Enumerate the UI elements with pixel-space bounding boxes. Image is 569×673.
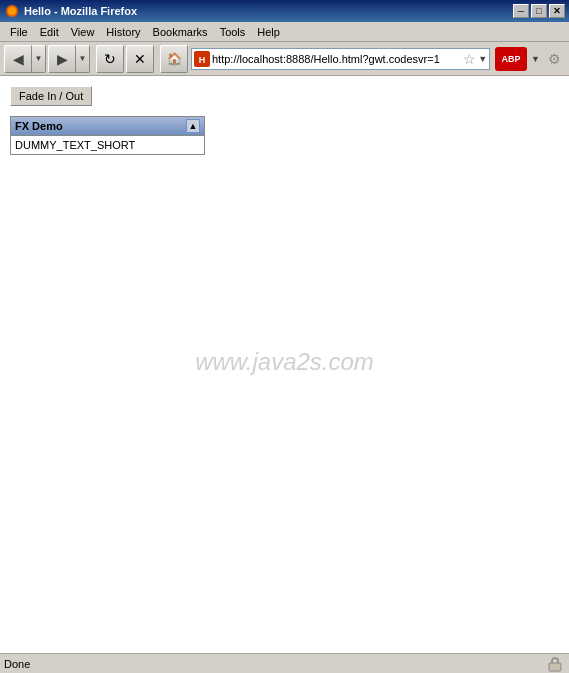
address-area: 🏠 H ☆ ▼ ABP ▼ ⚙	[160, 45, 565, 73]
window-controls: ─ □ ✕	[513, 4, 565, 18]
status-bar: Done	[0, 653, 569, 673]
toolbar: ◀ ▼ ▶ ▼ ↻ ✕ 🏠 H	[0, 42, 569, 76]
home-button[interactable]: 🏠	[160, 45, 188, 73]
app-icon	[4, 3, 20, 19]
back-forward-group: ◀ ▼	[4, 45, 46, 73]
fade-button[interactable]: Fade In / Out	[10, 86, 92, 106]
menu-view[interactable]: View	[65, 24, 101, 40]
title-bar: Hello - Mozilla Firefox ─ □ ✕	[0, 0, 569, 22]
url-input[interactable]	[212, 53, 461, 65]
minimize-button[interactable]: ─	[513, 4, 529, 18]
back-dropdown-button[interactable]: ▼	[32, 45, 46, 73]
svg-text:H: H	[199, 55, 206, 65]
address-dropdown-icon[interactable]: ▼	[478, 54, 487, 64]
window-title: Hello - Mozilla Firefox	[24, 5, 513, 17]
back-button[interactable]: ◀	[4, 45, 32, 73]
menu-tools[interactable]: Tools	[214, 24, 252, 40]
security-icon	[545, 654, 565, 674]
panel-body-text: DUMMY_TEXT_SHORT	[15, 139, 135, 151]
panel-header: FX Demo ▲	[11, 117, 204, 135]
address-bar[interactable]: H ☆ ▼	[191, 48, 490, 70]
bookmark-star-icon[interactable]: ☆	[463, 51, 476, 67]
page-favicon: H	[194, 51, 210, 67]
forward-dropdown-button[interactable]: ▼	[76, 45, 90, 73]
panel-widget: FX Demo ▲ DUMMY_TEXT_SHORT	[10, 116, 205, 155]
browser-content: www.java2s.com Fade In / Out FX Demo ▲ D…	[0, 76, 569, 653]
forward-group: ▶ ▼	[48, 45, 90, 73]
menu-file[interactable]: File	[4, 24, 34, 40]
stop-button[interactable]: ✕	[126, 45, 154, 73]
panel-collapse-button[interactable]: ▲	[186, 119, 200, 133]
menu-bar: File Edit View History Bookmarks Tools H…	[0, 22, 569, 42]
menu-help[interactable]: Help	[251, 24, 286, 40]
menu-edit[interactable]: Edit	[34, 24, 65, 40]
svg-rect-4	[549, 663, 561, 671]
maximize-button[interactable]: □	[531, 4, 547, 18]
adblock-dropdown-icon[interactable]: ▼	[531, 54, 540, 64]
panel-title: FX Demo	[15, 120, 63, 132]
panel-body: DUMMY_TEXT_SHORT	[11, 135, 204, 154]
menu-bookmarks[interactable]: Bookmarks	[147, 24, 214, 40]
reload-button[interactable]: ↻	[96, 45, 124, 73]
forward-button[interactable]: ▶	[48, 45, 76, 73]
svg-point-1	[8, 7, 16, 15]
adblock-button[interactable]: ABP	[495, 47, 527, 71]
settings-gear-icon[interactable]: ⚙	[543, 48, 565, 70]
watermark: www.java2s.com	[195, 348, 374, 376]
menu-history[interactable]: History	[100, 24, 146, 40]
close-button[interactable]: ✕	[549, 4, 565, 18]
status-text: Done	[4, 658, 545, 670]
